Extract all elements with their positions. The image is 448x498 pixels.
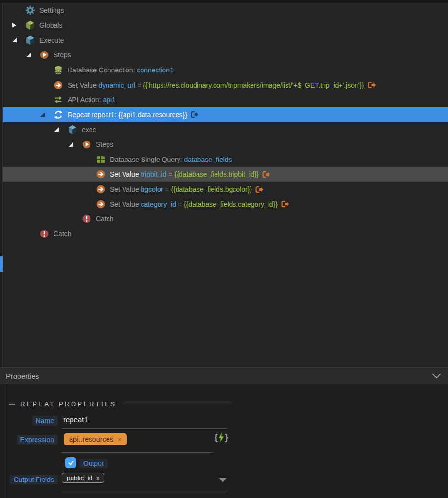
api-exchange-icon xyxy=(54,95,63,105)
set-value-icon xyxy=(96,184,106,194)
output-label: Output xyxy=(79,459,108,468)
expression-tag-remove-icon[interactable]: × xyxy=(118,436,122,443)
tree-row-label: exec xyxy=(82,126,96,134)
tree-row-database-connection[interactable]: Database Connection: connection1 xyxy=(3,63,448,78)
tree-row-database-single-query[interactable]: Database Single Query: database_fields xyxy=(3,152,448,167)
tree-row-set-value-tripbit-id[interactable]: Set Value tripbit_id = {{database_fields… xyxy=(3,167,448,182)
cube-icon xyxy=(25,20,35,30)
set-value-icon xyxy=(96,169,106,179)
step-type-label: Set Value xyxy=(68,81,99,89)
name-input[interactable]: repeat1 xyxy=(63,415,88,424)
code-lightning-icon[interactable]: { } xyxy=(215,432,228,443)
output-fields-tag-remove-icon[interactable]: x xyxy=(96,475,99,481)
section-header: REPEAT PROPERTIES xyxy=(9,400,232,408)
section-line xyxy=(122,404,232,404)
step-expression: {{database_fields.tripbit_id}} xyxy=(174,170,259,178)
output-icon xyxy=(368,81,376,89)
expand-toggle[interactable] xyxy=(8,38,20,42)
output-fields-tag[interactable]: public_id x xyxy=(62,473,104,483)
tree-row-catch-inner[interactable]: Catch xyxy=(3,212,448,227)
repeat-icon xyxy=(54,110,63,120)
tree-row-label: Steps xyxy=(54,51,71,59)
catch-exclamation-icon xyxy=(82,214,91,224)
tree-row-exec[interactable]: exec xyxy=(3,122,448,137)
section-dash xyxy=(9,404,15,405)
step-type-label: Set Value xyxy=(110,170,141,178)
chevron-down-icon[interactable] xyxy=(432,374,441,379)
step-expression: {{database_fields.category_id}} xyxy=(184,200,278,208)
properties-header[interactable]: Properties xyxy=(0,367,448,385)
step-expression: {{database_fields.bgcolor}} xyxy=(171,185,252,193)
tree-row-api-action[interactable]: API Action: api1 xyxy=(3,92,448,107)
tree-row-steps[interactable]: Steps xyxy=(3,48,448,63)
play-circle-icon xyxy=(39,50,49,60)
tree-row-label: Catch xyxy=(54,230,72,238)
step-name: bgcolor xyxy=(141,185,163,193)
tree-row-label: Execute xyxy=(39,36,64,44)
output-checkbox[interactable] xyxy=(65,457,76,468)
tree-row-label: Settings xyxy=(39,6,64,14)
step-type-label: Database Single Query: xyxy=(110,156,184,163)
section-title: REPEAT PROPERTIES xyxy=(20,400,117,408)
step-name: database_fields xyxy=(184,156,232,163)
expand-toggle[interactable] xyxy=(36,112,49,117)
expand-toggle[interactable] xyxy=(8,23,20,28)
app-window: Settings Globals Execute xyxy=(0,0,448,498)
tree-row-catch-outer[interactable]: Catch xyxy=(3,227,448,242)
gear-icon xyxy=(25,5,35,15)
server-actions-tree: Settings Globals Execute xyxy=(0,3,448,367)
step-label: Repeat repeat1: {{api1.data.resources}} xyxy=(68,111,187,119)
name-label: Name xyxy=(32,416,58,426)
equals-sign: = xyxy=(176,200,184,208)
expand-toggle[interactable] xyxy=(22,53,35,57)
cube-icon xyxy=(25,36,35,45)
step-type-label: Set Value xyxy=(110,200,141,208)
output-icon xyxy=(255,186,264,193)
tree-row-settings[interactable]: Settings xyxy=(3,3,448,18)
tree-row-set-value-category-id[interactable]: Set Value category_id = {{database_field… xyxy=(3,196,448,212)
tree-row-execute[interactable]: Execute xyxy=(3,33,448,48)
properties-title: Properties xyxy=(6,372,39,380)
tree-row-label: Catch xyxy=(96,215,114,223)
table-icon xyxy=(96,155,106,164)
tree-row-set-value-bgcolor[interactable]: Set Value bgcolor = {{database_fields.bg… xyxy=(3,182,448,197)
output-fields-tag-text: public_id xyxy=(67,474,92,481)
properties-panel: REPEAT PROPERTIES Name repeat1 Expressio… xyxy=(0,385,448,498)
tree-row-label: Steps xyxy=(96,141,113,148)
step-name: tripbit_id xyxy=(141,170,167,178)
step-name: category_id xyxy=(141,200,176,208)
set-value-icon xyxy=(54,80,63,90)
tree-row-set-value-dynamic-url[interactable]: Set Value dynamic_url = {{'https://res.c… xyxy=(3,77,448,92)
dropdown-arrow-icon[interactable] xyxy=(219,478,226,482)
tree-scrollbar-track[interactable] xyxy=(0,3,3,367)
catch-exclamation-icon xyxy=(39,229,49,239)
set-value-icon xyxy=(96,199,106,209)
step-name: api1 xyxy=(103,96,115,104)
tree-row-label: Globals xyxy=(39,21,62,29)
play-circle-icon xyxy=(82,140,91,149)
expression-underline xyxy=(61,452,213,453)
equals-sign: = xyxy=(166,170,174,178)
step-expression: {{'https://res.cloudinary.com/tripmakers… xyxy=(143,81,364,89)
step-type-label: Set Value xyxy=(110,185,141,193)
check-icon xyxy=(68,460,74,466)
expression-label: Expression xyxy=(17,435,58,445)
name-input-underline xyxy=(62,428,227,429)
output-icon xyxy=(191,111,199,118)
tree-scrollbar-thumb[interactable] xyxy=(0,256,3,272)
tree-row-steps-inner[interactable]: Steps xyxy=(3,137,448,152)
step-name: dynamic_url xyxy=(99,81,135,89)
panel-gutter xyxy=(4,385,4,498)
database-icon xyxy=(54,65,63,75)
expand-toggle[interactable] xyxy=(64,142,77,147)
step-name: connection1 xyxy=(137,66,174,74)
output-icon xyxy=(281,200,289,208)
expand-toggle[interactable] xyxy=(50,127,63,132)
output-fields-underline xyxy=(62,491,227,491)
tree-row-globals[interactable]: Globals xyxy=(3,18,448,33)
step-type-label: Database Connection: xyxy=(68,66,137,74)
expression-tag[interactable]: api..resources × xyxy=(64,433,127,445)
equals-sign: = xyxy=(135,81,143,89)
equals-sign: = xyxy=(163,185,171,193)
tree-row-repeat-selected[interactable]: Repeat repeat1: {{api1.data.resources}} xyxy=(3,107,448,123)
